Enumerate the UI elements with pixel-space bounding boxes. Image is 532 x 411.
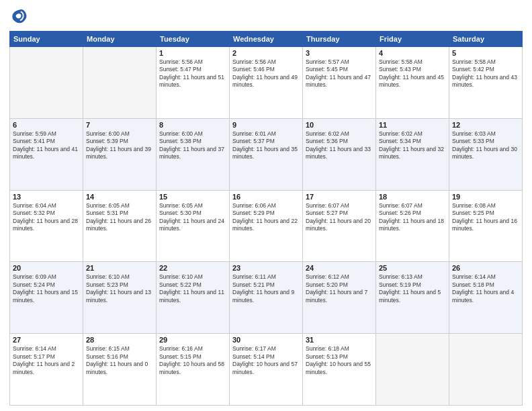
calendar-cell [449, 334, 523, 406]
day-number: 30 [232, 336, 300, 344]
calendar-cell: 6Sunrise: 5:59 AMSunset: 5:41 PMDaylight… [10, 118, 83, 190]
calendar-cell: 15Sunrise: 6:05 AMSunset: 5:30 PMDayligh… [157, 190, 230, 262]
calendar-cell: 4Sunrise: 5:58 AMSunset: 5:43 PMDaylight… [376, 47, 449, 119]
calendar-cell: 9Sunrise: 6:01 AMSunset: 5:37 PMDaylight… [230, 118, 303, 190]
day-number: 19 [452, 193, 519, 201]
cell-info: Sunrise: 6:04 AMSunset: 5:32 PMDaylight:… [13, 202, 80, 233]
calendar-cell: 30Sunrise: 6:17 AMSunset: 5:14 PMDayligh… [230, 334, 303, 406]
cell-info: Sunrise: 6:09 AMSunset: 5:24 PMDaylight:… [13, 273, 80, 304]
cell-info: Sunrise: 6:00 AMSunset: 5:39 PMDaylight:… [86, 130, 153, 161]
cell-info: Sunrise: 6:07 AMSunset: 5:26 PMDaylight:… [379, 202, 446, 233]
calendar-cell [376, 334, 449, 406]
cell-info: Sunrise: 6:02 AMSunset: 5:36 PMDaylight:… [306, 130, 373, 161]
day-number: 23 [232, 264, 300, 272]
day-number: 31 [306, 336, 373, 344]
calendar-cell: 22Sunrise: 6:10 AMSunset: 5:22 PMDayligh… [157, 262, 230, 334]
day-number: 1 [159, 49, 226, 57]
calendar-cell: 17Sunrise: 6:07 AMSunset: 5:27 PMDayligh… [303, 190, 376, 262]
day-number: 6 [13, 121, 80, 129]
calendar-cell: 7Sunrise: 6:00 AMSunset: 5:39 PMDaylight… [83, 118, 157, 190]
day-number: 3 [306, 49, 373, 57]
cell-info: Sunrise: 6:05 AMSunset: 5:30 PMDaylight:… [159, 202, 226, 233]
day-number: 21 [86, 264, 153, 272]
day-number: 15 [159, 193, 226, 201]
day-number: 26 [452, 264, 519, 272]
day-number: 27 [13, 336, 80, 344]
cell-info: Sunrise: 5:56 AMSunset: 5:46 PMDaylight:… [232, 58, 300, 89]
day-number: 18 [379, 193, 446, 201]
cell-info: Sunrise: 6:14 AMSunset: 5:17 PMDaylight:… [13, 345, 80, 376]
day-number: 29 [159, 336, 226, 344]
day-number: 8 [159, 121, 226, 129]
cell-info: Sunrise: 6:02 AMSunset: 5:34 PMDaylight:… [379, 130, 446, 161]
calendar-cell: 19Sunrise: 6:08 AMSunset: 5:25 PMDayligh… [449, 190, 523, 262]
calendar-cell: 31Sunrise: 6:18 AMSunset: 5:13 PMDayligh… [303, 334, 376, 406]
calendar-cell: 10Sunrise: 6:02 AMSunset: 5:36 PMDayligh… [303, 118, 376, 190]
cell-info: Sunrise: 6:06 AMSunset: 5:29 PMDaylight:… [232, 202, 300, 233]
day-number: 7 [86, 121, 153, 129]
cell-info: Sunrise: 6:01 AMSunset: 5:37 PMDaylight:… [232, 130, 300, 161]
calendar-cell: 28Sunrise: 6:15 AMSunset: 5:16 PMDayligh… [83, 334, 157, 406]
day-number: 28 [86, 336, 153, 344]
calendar-week-row: 13Sunrise: 6:04 AMSunset: 5:32 PMDayligh… [10, 190, 523, 262]
calendar-week-row: 27Sunrise: 6:14 AMSunset: 5:17 PMDayligh… [10, 334, 523, 406]
cell-info: Sunrise: 6:17 AMSunset: 5:14 PMDaylight:… [232, 345, 300, 376]
logo [9, 7, 31, 26]
day-number: 25 [379, 264, 446, 272]
page: SundayMondayTuesdayWednesdayThursdayFrid… [0, 0, 532, 411]
day-number: 22 [159, 264, 226, 272]
calendar-week-row: 20Sunrise: 6:09 AMSunset: 5:24 PMDayligh… [10, 262, 523, 334]
day-number: 10 [306, 121, 373, 129]
cell-info: Sunrise: 6:00 AMSunset: 5:38 PMDaylight:… [159, 130, 226, 161]
calendar-cell: 26Sunrise: 6:14 AMSunset: 5:18 PMDayligh… [449, 262, 523, 334]
cell-info: Sunrise: 6:07 AMSunset: 5:27 PMDaylight:… [306, 202, 373, 233]
cell-info: Sunrise: 5:59 AMSunset: 5:41 PMDaylight:… [13, 130, 80, 161]
day-number: 24 [306, 264, 373, 272]
calendar-cell: 25Sunrise: 6:13 AMSunset: 5:19 PMDayligh… [376, 262, 449, 334]
calendar-cell [10, 47, 83, 119]
logo-icon [9, 7, 28, 26]
calendar-cell: 2Sunrise: 5:56 AMSunset: 5:46 PMDaylight… [230, 47, 303, 119]
cell-info: Sunrise: 6:13 AMSunset: 5:19 PMDaylight:… [379, 273, 446, 304]
calendar-table: SundayMondayTuesdayWednesdayThursdayFrid… [9, 31, 523, 406]
weekday-header: Sunday [10, 32, 83, 47]
day-number: 20 [13, 264, 80, 272]
calendar-cell: 12Sunrise: 6:03 AMSunset: 5:33 PMDayligh… [449, 118, 523, 190]
cell-info: Sunrise: 6:16 AMSunset: 5:15 PMDaylight:… [159, 345, 226, 376]
cell-info: Sunrise: 6:15 AMSunset: 5:16 PMDaylight:… [86, 345, 153, 376]
cell-info: Sunrise: 6:12 AMSunset: 5:20 PMDaylight:… [306, 273, 373, 304]
calendar-cell: 21Sunrise: 6:10 AMSunset: 5:23 PMDayligh… [83, 262, 157, 334]
cell-info: Sunrise: 6:10 AMSunset: 5:22 PMDaylight:… [159, 273, 226, 304]
day-number: 5 [452, 49, 519, 57]
day-number: 4 [379, 49, 446, 57]
day-number: 2 [232, 49, 300, 57]
calendar-cell: 14Sunrise: 6:05 AMSunset: 5:31 PMDayligh… [83, 190, 157, 262]
cell-info: Sunrise: 5:58 AMSunset: 5:42 PMDaylight:… [452, 58, 519, 89]
cell-info: Sunrise: 6:18 AMSunset: 5:13 PMDaylight:… [306, 345, 373, 376]
calendar-cell: 16Sunrise: 6:06 AMSunset: 5:29 PMDayligh… [230, 190, 303, 262]
day-number: 16 [232, 193, 300, 201]
calendar-cell: 29Sunrise: 6:16 AMSunset: 5:15 PMDayligh… [157, 334, 230, 406]
day-number: 14 [86, 193, 153, 201]
cell-info: Sunrise: 5:57 AMSunset: 5:45 PMDaylight:… [306, 58, 373, 89]
day-number: 13 [13, 193, 80, 201]
calendar-week-row: 6Sunrise: 5:59 AMSunset: 5:41 PMDaylight… [10, 118, 523, 190]
calendar-header-row: SundayMondayTuesdayWednesdayThursdayFrid… [10, 32, 523, 47]
calendar-cell [83, 47, 157, 119]
weekday-header: Wednesday [230, 32, 303, 47]
day-number: 11 [379, 121, 446, 129]
calendar-cell: 24Sunrise: 6:12 AMSunset: 5:20 PMDayligh… [303, 262, 376, 334]
weekday-header: Tuesday [157, 32, 230, 47]
day-number: 17 [306, 193, 373, 201]
cell-info: Sunrise: 6:14 AMSunset: 5:18 PMDaylight:… [452, 273, 519, 304]
weekday-header: Friday [376, 32, 449, 47]
calendar-cell: 18Sunrise: 6:07 AMSunset: 5:26 PMDayligh… [376, 190, 449, 262]
calendar-cell: 8Sunrise: 6:00 AMSunset: 5:38 PMDaylight… [157, 118, 230, 190]
cell-info: Sunrise: 6:11 AMSunset: 5:21 PMDaylight:… [232, 273, 300, 304]
calendar-cell: 3Sunrise: 5:57 AMSunset: 5:45 PMDaylight… [303, 47, 376, 119]
cell-info: Sunrise: 5:56 AMSunset: 5:47 PMDaylight:… [159, 58, 226, 89]
day-number: 12 [452, 121, 519, 129]
cell-info: Sunrise: 6:10 AMSunset: 5:23 PMDaylight:… [86, 273, 153, 304]
calendar-week-row: 1Sunrise: 5:56 AMSunset: 5:47 PMDaylight… [10, 47, 523, 119]
calendar-cell: 13Sunrise: 6:04 AMSunset: 5:32 PMDayligh… [10, 190, 83, 262]
